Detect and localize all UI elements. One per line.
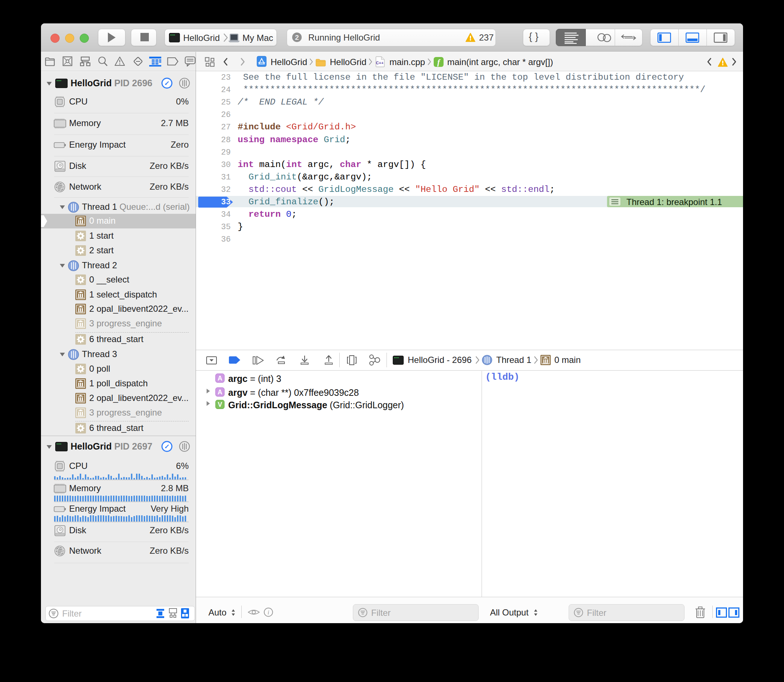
svg-text:i: i [268,609,269,615]
svg-text:C++: C++ [376,61,383,65]
